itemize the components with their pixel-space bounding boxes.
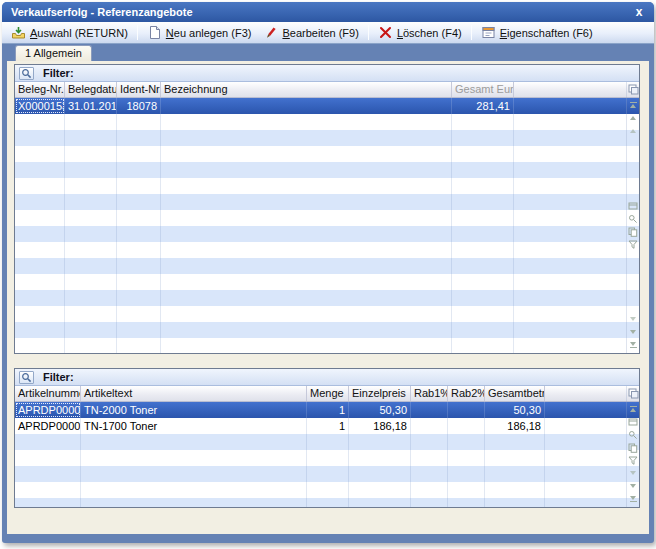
cell[interactable]: X0000153 (15, 98, 65, 114)
cell[interactable]: APRDP00001 (15, 402, 81, 418)
cell-empty (15, 466, 81, 482)
column-header[interactable]: Bezeichnung (161, 82, 452, 97)
grid-row[interactable]: APRDP00002TN-1700 Toner1186,18186,18 (15, 418, 639, 434)
cell-empty (161, 274, 452, 290)
card-view-button[interactable] (628, 201, 639, 211)
new-button[interactable]: Neu anlegen (F3) (141, 23, 258, 42)
go-first-icon (630, 406, 637, 407)
row-down-button[interactable] (628, 481, 639, 491)
grid-row[interactable]: X000015331.01.2011 /Mo18078281,41 (15, 98, 639, 114)
cell-empty (545, 450, 639, 466)
column-picker-icon[interactable] (627, 82, 640, 97)
search-rows-button[interactable] (628, 214, 639, 224)
tab-content: Filter: Beleg-Nr.BelegdatumIdent-Nr.Beze… (7, 61, 649, 534)
go-first-button[interactable] (628, 100, 639, 110)
cell[interactable] (411, 402, 448, 418)
column-header[interactable]: Ident-Nr. (117, 82, 161, 97)
column-header[interactable]: Gesamt Euro (452, 82, 514, 97)
edit-pen-icon (263, 25, 278, 40)
cell-empty (161, 178, 452, 194)
filter-rows-button[interactable] (628, 456, 639, 466)
column-header[interactable]: Rab1% (411, 386, 448, 401)
cell-empty (545, 418, 639, 434)
filter-rows-button[interactable] (628, 240, 639, 250)
column-header[interactable]: Rab2% (448, 386, 485, 401)
cell-empty (349, 450, 411, 466)
properties-button[interactable]: Eigenschaften (F6) (475, 23, 599, 42)
column-header[interactable]: Belegdatum (65, 82, 117, 97)
cell[interactable] (448, 418, 485, 434)
cell-empty (81, 434, 307, 450)
cell[interactable]: 18078 (117, 98, 161, 114)
offers-grid-body: Beleg-Nr.BelegdatumIdent-Nr.BezeichnungG… (15, 82, 639, 353)
cell-empty (161, 290, 452, 306)
cell-empty (452, 194, 514, 210)
new-button-label: Neu anlegen (F3) (166, 27, 252, 39)
tab-allgemein-label: 1 Allgemein (25, 47, 82, 59)
grid-row[interactable]: APRDP00001TN-2000 Toner150,3050,30 (15, 402, 639, 418)
edit-button[interactable]: Bearbeiten (F9) (257, 23, 364, 42)
go-first-button[interactable] (628, 404, 639, 414)
close-button[interactable]: x (630, 5, 648, 20)
cell-empty (65, 130, 117, 146)
column-picker-icon[interactable] (627, 386, 640, 401)
cell-empty (15, 210, 65, 226)
cell[interactable] (161, 98, 452, 114)
cell[interactable]: 186,18 (485, 418, 545, 434)
cell[interactable]: TN-1700 Toner (81, 418, 307, 434)
column-header[interactable]: Artikeltext (81, 386, 307, 401)
column-header-empty (545, 386, 639, 401)
cell-empty (15, 242, 65, 258)
go-last-button[interactable] (628, 494, 639, 504)
column-header[interactable]: Einzelpreis (349, 386, 411, 401)
cell[interactable]: APRDP00002 (15, 418, 81, 434)
toolbar-separator (137, 25, 138, 40)
column-header[interactable]: Menge (307, 386, 349, 401)
cell[interactable]: 1 (307, 402, 349, 418)
go-last-button[interactable] (628, 340, 639, 350)
cell[interactable] (448, 402, 485, 418)
card-view-icon (628, 417, 638, 427)
filter-magnifier-button[interactable] (19, 371, 34, 384)
cell[interactable]: 186,18 (349, 418, 411, 434)
page-up-button[interactable] (628, 126, 639, 136)
column-header[interactable]: Beleg-Nr. (15, 82, 65, 97)
search-rows-button[interactable] (628, 430, 639, 440)
new-document-icon (147, 25, 162, 40)
down-arrow-icon (630, 471, 636, 475)
page-down-button[interactable] (628, 468, 639, 478)
cell[interactable]: TN-2000 Toner (81, 402, 307, 418)
select-button[interactable]: Auswahl (RETURN) (5, 23, 134, 42)
cell[interactable]: 281,41 (452, 98, 514, 114)
cell[interactable]: 50,30 (349, 402, 411, 418)
cell-empty (411, 450, 448, 466)
cell[interactable]: 1 (307, 418, 349, 434)
column-header[interactable]: Gesamtbetrag (485, 386, 545, 401)
grid-row-empty (15, 194, 639, 210)
tab-allgemein[interactable]: 1 Allgemein (15, 45, 92, 61)
column-header[interactable]: Artikelnummer (15, 386, 81, 401)
filter-label: Filter: (43, 67, 74, 79)
cell-empty (514, 306, 639, 322)
page-down-button[interactable] (628, 314, 639, 324)
search-rows-icon (628, 430, 638, 440)
cell-empty (514, 274, 639, 290)
row-down-button[interactable] (628, 327, 639, 337)
cell-empty (65, 114, 117, 130)
cell-empty (307, 450, 349, 466)
pages-icon (628, 443, 638, 453)
filter-magnifier-button[interactable] (19, 67, 34, 80)
cell-empty (65, 258, 117, 274)
cell[interactable]: 50,30 (485, 402, 545, 418)
cell-empty (452, 210, 514, 226)
grid-row-empty (15, 242, 639, 258)
cell-empty (545, 402, 639, 418)
positions-grid: Filter: ArtikelnummerArtikeltextMengeEin… (14, 368, 640, 508)
cell[interactable]: 31.01.2011 /Mo (65, 98, 117, 114)
row-up-button[interactable] (628, 113, 639, 123)
pages-button[interactable] (628, 227, 639, 237)
card-view-button[interactable] (628, 417, 639, 427)
delete-button[interactable]: Löschen (F4) (372, 23, 468, 42)
cell[interactable] (411, 418, 448, 434)
pages-button[interactable] (628, 443, 639, 453)
